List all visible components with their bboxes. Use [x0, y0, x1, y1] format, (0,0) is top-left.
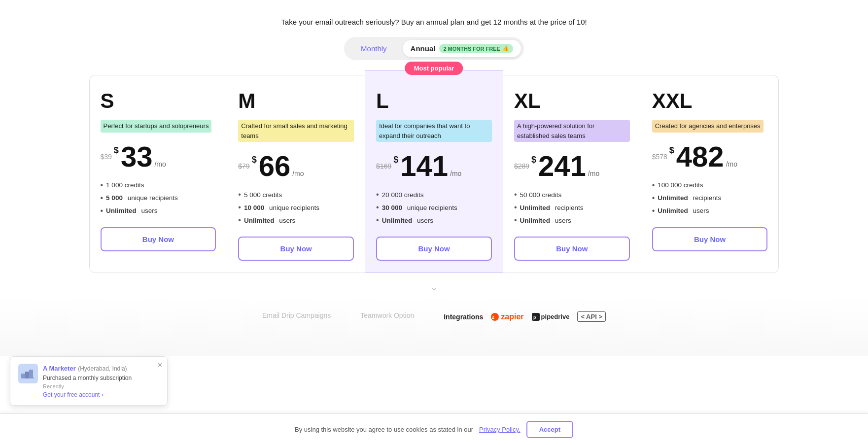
bottom-col1: Email Drip Campaigns	[262, 311, 331, 322]
plan-xxl-currency: $	[669, 145, 674, 156]
plan-xxl-price-row: $578 $ 482 /mo	[652, 142, 768, 171]
plan-l-old-price: $169	[376, 162, 391, 170]
plan-s-price: 33	[121, 142, 153, 171]
plan-xl-feature-3: Unlimited users	[514, 216, 630, 225]
plan-xl-name: XL	[514, 89, 630, 113]
svg-text:z: z	[492, 314, 494, 320]
bottom-col2: Teamwork Option	[360, 311, 414, 322]
cookie-banner: By using this website you agree to use c…	[0, 413, 868, 445]
plan-l-name: L	[376, 89, 492, 113]
plan-xxl: XXL Created for agencies and enterprises…	[641, 75, 779, 273]
plan-s-price-row: $39 $ 33 /mo	[101, 142, 216, 171]
billing-toggle: Monthly Annual 2 MONTHS FOR FREE 👍	[344, 37, 524, 60]
free-badge: 2 MONTHS FOR FREE 👍	[439, 44, 513, 53]
plan-m-old-price: $79	[238, 162, 249, 170]
plan-xl-price-row: $289 $ 241 /mo	[514, 152, 630, 180]
plan-m-desc: Crafted for small sales and marketing te…	[238, 120, 354, 142]
svg-rect-7	[25, 372, 29, 378]
plan-xl-period: /mo	[588, 170, 599, 177]
notification-location: (Hyderabad, India)	[78, 365, 127, 372]
plan-l-buy-button[interactable]: Buy Now	[376, 237, 492, 261]
plan-s-currency: $	[114, 145, 119, 156]
api-logo: < API >	[577, 311, 606, 322]
plan-xxl-buy-button[interactable]: Buy Now	[652, 227, 768, 251]
plan-m-feature-2: 10 000 unique recipients	[238, 203, 354, 212]
plan-m: M Crafted for small sales and marketing …	[227, 75, 365, 273]
plan-m-features: 5 000 credits 10 000 unique recipients U…	[238, 190, 354, 225]
bottom-features-row: Email Drip Campaigns Teamwork Option Int…	[0, 297, 868, 327]
plan-xl-feature-1: 50 000 credits	[514, 190, 630, 199]
plan-l-currency: $	[393, 155, 398, 165]
plan-s: S Perfect for startups and solopreneurs …	[89, 75, 228, 273]
plan-xl: XL A high-powered solution for establish…	[503, 75, 641, 273]
plan-l-feature-1: 20 000 credits	[376, 190, 492, 199]
plan-xxl-price: 482	[676, 142, 724, 171]
plan-xxl-old-price: $578	[652, 153, 667, 161]
notification-name: A Marketer	[43, 365, 76, 372]
privacy-policy-link[interactable]: Privacy Policy.	[479, 426, 521, 433]
notification-content: A Marketer (Hyderabad, India) Purchased …	[43, 364, 159, 398]
svg-text:p: p	[533, 315, 536, 320]
plan-l-desc: Ideal for companies that want to expand …	[376, 120, 492, 142]
headline: Take your email outreach seriously? Buy …	[10, 18, 858, 26]
plan-s-feature-1: 1 000 credits	[101, 181, 216, 190]
plan-l-features: 20 000 credits 30 000 unique recipients …	[376, 190, 492, 225]
plan-xxl-features: 100 000 credits Unlimited recipients Unl…	[652, 181, 768, 215]
plan-xl-features: 50 000 credits Unlimited recipients Unli…	[514, 190, 630, 225]
plan-l-price-row: $169 $ 141 /mo	[376, 152, 492, 180]
arrow-icon: ›	[101, 391, 103, 398]
plan-xxl-desc: Created for agencies and enterprises	[652, 120, 764, 133]
plan-m-buy-button[interactable]: Buy Now	[238, 237, 354, 261]
plan-xxl-name: XXL	[652, 89, 768, 113]
plan-m-price: 66	[259, 152, 291, 180]
plan-xl-feature-2: Unlimited recipients	[514, 203, 630, 212]
notification-avatar	[18, 364, 38, 383]
annual-toggle[interactable]: Annual 2 MONTHS FOR FREE 👍	[403, 40, 521, 57]
most-popular-badge: Most popular	[405, 62, 463, 75]
plan-m-currency: $	[252, 155, 257, 165]
plan-xxl-feature-2: Unlimited recipients	[652, 194, 768, 203]
plan-m-feature-1: 5 000 credits	[238, 190, 354, 199]
monthly-toggle[interactable]: Monthly	[347, 40, 401, 57]
plan-s-desc: Perfect for startups and solopreneurs	[101, 120, 212, 133]
plan-s-features: 1 000 credits 5 000 unique recipients Un…	[101, 181, 216, 215]
thumbs-up-emoji: 👍	[502, 45, 509, 52]
notification-desc: Purchased a monthly subscription	[43, 375, 159, 381]
scroll-indicator: ⌄	[0, 278, 868, 297]
cookie-accept-button[interactable]: Accept	[526, 421, 573, 438]
plans-container: S Perfect for startups and solopreneurs …	[79, 75, 789, 273]
integrations-row: Integrations z zapier p pipedrive < API …	[444, 311, 606, 322]
plan-xxl-feature-3: Unlimited users	[652, 206, 768, 215]
plan-s-name: S	[101, 89, 216, 113]
plan-l-feature-2: 30 000 unique recipients	[376, 203, 492, 212]
plan-s-period: /mo	[154, 160, 166, 168]
bottom-section: Email Drip Campaigns Teamwork Option Int…	[0, 297, 868, 356]
plan-m-name: M	[238, 89, 354, 113]
notification-time: Recently	[43, 383, 159, 389]
plan-xl-currency: $	[531, 155, 536, 165]
plan-xxl-period: /mo	[726, 160, 737, 168]
plan-xl-desc: A high-powered solution for established …	[514, 120, 630, 142]
plan-s-buy-button[interactable]: Buy Now	[101, 227, 216, 251]
top-section: Take your email outreach seriously? Buy …	[0, 0, 868, 70]
plan-m-period: /mo	[292, 170, 304, 177]
plan-m-price-row: $79 $ 66 /mo	[238, 152, 354, 180]
notification-link[interactable]: Get your free account ›	[43, 391, 159, 398]
plan-xxl-feature-1: 100 000 credits	[652, 181, 768, 190]
integrations-label: Integrations	[444, 313, 483, 321]
plan-s-feature-2: 5 000 unique recipients	[101, 194, 216, 203]
annual-label: Annual	[411, 44, 436, 53]
plan-xl-price: 241	[538, 152, 586, 180]
notification-close-button[interactable]: ×	[158, 361, 162, 370]
cookie-text: By using this website you agree to use c…	[295, 426, 473, 433]
free-badge-text: 2 MONTHS FOR FREE	[443, 46, 500, 52]
plan-l-feature-3: Unlimited users	[376, 216, 492, 225]
zapier-logo: z zapier	[491, 312, 523, 321]
plan-xl-buy-button[interactable]: Buy Now	[514, 237, 630, 261]
plan-xl-old-price: $289	[514, 162, 529, 170]
svg-rect-6	[21, 374, 25, 378]
notification-popup: × A Marketer (Hyderabad, India) Purchase…	[10, 356, 168, 406]
pipedrive-logo: p pipedrive	[532, 313, 570, 321]
plan-s-old-price: $39	[101, 153, 112, 161]
plan-s-feature-3: Unlimited users	[101, 206, 216, 215]
